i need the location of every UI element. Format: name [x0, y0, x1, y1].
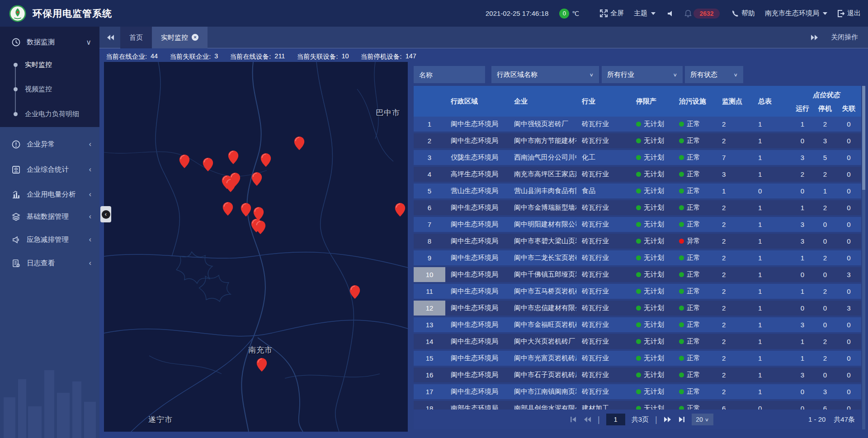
sidebar-item-realtime-monitor[interactable]: 实时监控 [0, 57, 99, 72]
chevron-down-icon: ∨ [86, 38, 91, 47]
map-pin[interactable] [255, 221, 266, 234]
table-row[interactable]: 12 阆中生态环境局 阆中市忠信建材有限公 砖瓦行业 无计划 正常 2 1 0 … [414, 301, 861, 317]
cell-facility: 正常 [674, 351, 717, 366]
dropdown-caret-icon: ∨ [673, 72, 677, 77]
sidebar-item-power-analysis[interactable]: 企业用电量分析 ‹ [0, 184, 99, 205]
org-dropdown[interactable]: 南充市生态环境局 [765, 9, 827, 18]
prev-page-button[interactable] [583, 416, 591, 423]
map-pin[interactable] [257, 358, 267, 372]
tab-home[interactable]: 首页 [120, 27, 152, 48]
cell-meters: 1 [753, 351, 791, 366]
fullscreen-button[interactable]: 全屏 [600, 9, 624, 18]
map-pin[interactable] [226, 179, 236, 192]
map-pin[interactable] [252, 172, 262, 186]
sidebar-item-base-data[interactable]: 基础数据管理 ‹ [0, 206, 99, 227]
scroll-tabs-left-button[interactable] [106, 34, 115, 41]
region-select-value: 行政区域名称 [497, 71, 538, 79]
row-number: 2 [414, 133, 445, 148]
last-page-icon [678, 416, 685, 423]
sidebar-item-label: 企业综合统计 [27, 165, 69, 174]
map-pin[interactable] [223, 202, 233, 216]
map-pin[interactable] [228, 151, 239, 164]
page-number-input[interactable] [606, 414, 625, 425]
table-row[interactable]: 17 阆中生态环境局 阆中市江南镇阆南页岩 砖瓦行业 无计划 正常 2 1 0 … [414, 384, 861, 401]
logout-button[interactable]: 退出 [837, 9, 861, 18]
table-row[interactable]: 15 阆中生态环境局 阆中市光富页岩机砖厂 砖瓦行业 无计划 正常 2 1 1 … [414, 351, 861, 367]
industry-select[interactable]: 所有行业 ∨ [602, 66, 683, 83]
cell-region: 阆中生态环境局 [445, 234, 509, 249]
table-row[interactable]: 7 阆中生态环境局 阆中明阳建材有限公司 砖瓦行业 无计划 正常 2 1 3 0… [414, 217, 861, 234]
name-input[interactable] [419, 71, 480, 79]
stat-item: 当前失联设备: 10 [297, 52, 349, 61]
tab-close-icon[interactable]: × [192, 34, 198, 41]
cell-lost: 0 [836, 401, 861, 410]
map-pin-icon [252, 172, 262, 186]
map-pin[interactable] [241, 203, 251, 217]
temperature-badge: 0 [559, 9, 569, 19]
status-dot-green [636, 272, 641, 277]
table-scrollbar[interactable] [862, 86, 865, 429]
collapse-chevron-icon: ‹ [102, 210, 110, 219]
stat-value: 211 [274, 52, 285, 61]
sidebar-item-emission-reduction[interactable]: 应急减排管理 ‹ [0, 229, 99, 250]
cell-points: 2 [717, 250, 753, 265]
sidebar-collapse-button[interactable]: ‹ [100, 206, 111, 222]
map-pin[interactable] [350, 285, 360, 299]
sidebar-item-company-abnormal[interactable]: 企业异常 ‹ [0, 133, 99, 155]
cell-industry: 建材加工 [576, 401, 631, 410]
cell-facility: 正常 [674, 184, 717, 198]
cell-run: 3 [791, 367, 814, 382]
col-header-lost: 失联 [836, 100, 861, 117]
cell-company: 阆中市南方节能建材有 [509, 133, 576, 148]
table-row[interactable]: 2 阆中生态环境局 阆中市南方节能建材有 砖瓦行业 无计划 正常 2 1 0 3… [414, 133, 861, 150]
sidebar-item-data-monitor[interactable]: 数据监测 ∨ [0, 31, 99, 53]
table-row[interactable]: 1 阆中生态环境局 阆中强锐页岩砖厂 砖瓦行业 无计划 正常 2 1 1 2 0 [414, 117, 861, 133]
table-row[interactable]: 13 阆中生态环境局 阆中市金福旺页岩机砖 砖瓦行业 无计划 正常 2 1 3 … [414, 317, 861, 334]
table-row[interactable]: 4 高坪生态环境局 南充市高坪区王家店建 砖瓦行业 无计划 正常 3 1 2 2… [414, 167, 861, 184]
cell-region: 阆中生态环境局 [445, 267, 509, 282]
mute-button[interactable] [667, 10, 675, 17]
sidebar-item-video-monitor[interactable]: 视频监控 [0, 81, 99, 97]
table-row[interactable]: 8 阆中生态环境局 阆中市枣碧大梁山页岩 砖瓦行业 无计划 异常 2 1 3 0… [414, 234, 861, 250]
help-button[interactable]: 帮助 [731, 9, 755, 18]
chevron-left-icon: ‹ [89, 212, 91, 221]
page-size-select[interactable]: 20 ∨ [692, 414, 713, 425]
last-page-button[interactable] [678, 416, 685, 423]
scrollbar-thumb[interactable] [862, 86, 865, 190]
map-panel[interactable]: 巴中市 南充市 遂宁市 [104, 62, 408, 432]
next-page-button[interactable] [664, 416, 672, 423]
notification-badge[interactable]: 2632 [693, 9, 720, 19]
map-pin[interactable] [261, 153, 271, 167]
close-operations-button[interactable]: 关闭操作 [831, 33, 858, 42]
status-select[interactable]: 所有状态 ∨ [685, 66, 743, 83]
cell-region: 南部生态环境局 [445, 401, 509, 410]
table-row[interactable]: 14 阆中生态环境局 阆中大兴页岩机砖厂 砖瓦行业 无计划 正常 2 1 1 2… [414, 334, 861, 351]
table-row[interactable]: 5 营山生态环境局 营山县润丰肉食品有限 食品 无计划 正常 1 0 0 1 0 [414, 184, 861, 200]
chevron-left-icon: ‹ [89, 165, 91, 174]
table-row[interactable]: 11 阆中生态环境局 阆中市五马桥页岩机砖 砖瓦行业 无计划 正常 2 1 1 … [414, 284, 861, 301]
sidebar-item-log-view[interactable]: 日志查看 ‹ [0, 252, 99, 274]
map-pin[interactable] [179, 155, 190, 168]
table-row[interactable]: 3 仪陇生态环境局 西南油气田分公司川中 化工 无计划 正常 7 1 3 5 0 [414, 150, 861, 167]
first-page-button[interactable] [570, 416, 577, 423]
sidebar-item-company-statistics[interactable]: 企业综合统计 ‹ [0, 159, 99, 180]
cell-region: 阆中生态环境局 [445, 284, 509, 299]
bar-chart-icon [12, 190, 20, 199]
table-row[interactable]: 6 阆中生态环境局 阆中市金博瑞新型墙材 砖瓦行业 无计划 正常 2 1 1 2… [414, 200, 861, 217]
table-row[interactable]: 10 阆中生态环境局 阆中千佛镇五郎垭页岩 砖瓦行业 无计划 正常 2 1 0 … [414, 267, 861, 284]
map-pin[interactable] [395, 203, 406, 217]
sidebar-item-power-load-detail[interactable]: 企业电力负荷明细 [0, 106, 99, 122]
cell-run: 3 [791, 150, 814, 165]
sidebar-nav: 数据监测 ∨ 实时监控 视频监控 企业电力负荷明细 企业异常 ‹ [0, 27, 99, 438]
table-row[interactable]: 18 南部生态环境局 南部县创华水泥有限公 建材加工 无计划 正常 6 0 0 … [414, 401, 861, 410]
map-pin[interactable] [203, 158, 213, 171]
region-select[interactable]: 行政区域名称 ∨ [491, 66, 599, 83]
theme-dropdown[interactable]: 主题 [634, 9, 656, 18]
map-pin[interactable] [294, 137, 305, 150]
tab-realtime-monitor[interactable]: 实时监控 × [152, 27, 208, 48]
table-row[interactable]: 16 阆中生态环境局 阆中市石子页岩机砖厂 砖瓦行业 无计划 正常 2 1 3 … [414, 367, 861, 384]
table-row[interactable]: 9 阆中生态环境局 阆中市二龙长宝页岩砖 砖瓦行业 无计划 正常 2 1 1 2… [414, 250, 861, 267]
cell-company: 阆中市光富页岩机砖厂 [509, 351, 576, 366]
cell-facility: 正常 [674, 150, 717, 165]
scroll-tabs-right-button[interactable] [810, 34, 819, 41]
